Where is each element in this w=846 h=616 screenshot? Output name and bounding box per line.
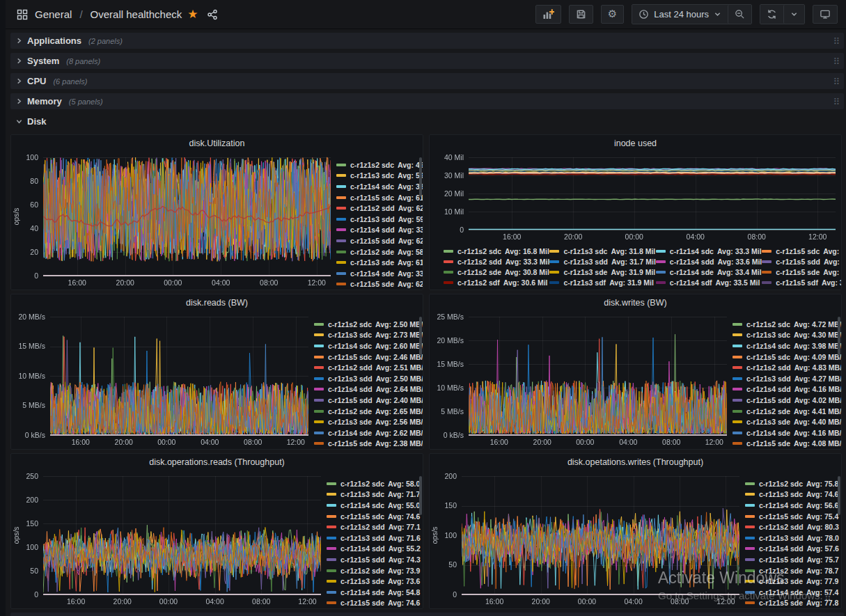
refresh-interval-dropdown[interactable] [783,5,804,24]
legend-item[interactable]: c-r1z1s2 sdeAvg: 78.7 [745,565,837,576]
legend-item[interactable]: c-r1z1s2 sdeAvg: 4.41 MB/s [733,406,837,417]
legend-item[interactable]: c-r1z1s5 sdfAvg: 31.2 Mil [762,277,841,287]
panel-title[interactable]: disk.Utilization [11,135,423,150]
row-header-disk[interactable]: Disk [10,113,844,129]
legend-item[interactable]: c-r1z1s4 sdgAvg: 33.5 Mil [656,287,762,290]
chart-canvas-inode-used[interactable] [430,150,841,244]
legend-item[interactable]: c-r1z1s4 sdcAvg: 2.60 MB/s [314,340,418,352]
legend-item[interactable]: c-r1z1s4 sddAvg: 2.64 MB/s [314,384,418,395]
legend-item[interactable]: c-r1z1s4 sdfAvg: 33.5 Mil [656,277,762,287]
panel-resize-handle[interactable]: ⠿ [824,592,831,603]
legend-item[interactable]: c-r1z1s3 sdeAvg: 4.40 MB/s [733,416,837,427]
legend-scrollbar[interactable] [419,157,422,196]
legend-item[interactable]: c-r1z1s4 sdcAvg: 56.6 [745,500,837,511]
legend-scrollbar[interactable] [419,317,422,356]
panel-title[interactable]: inode used [430,135,841,150]
legend-item[interactable]: c-r1z1s5 sdcAvg: 2.46 MB/s [314,352,418,363]
legend-item[interactable]: c-r1z1s2 sddAvg: 2.51 MB/s [314,362,418,373]
legend-item[interactable]: c-r1z1s3 sdeAvg: 61.1 [336,257,418,268]
legend-item[interactable]: c-r1z1s2 sddAvg: 33.3 Mil [444,256,549,267]
legend-item[interactable]: c-r1z1s5 sdeAvg: 4.08 MB/s [733,439,837,449]
legend-item[interactable]: c-r1z1s3 sddAvg: 78.0 [745,532,837,544]
chart-canvas-disk-writes[interactable] [430,310,733,449]
panel-title[interactable]: disk.operations.reads (Throughput) [11,454,423,469]
legend-item[interactable]: c-r1z1s5 sdcAvg: 75.4 [745,511,837,522]
legend-item[interactable]: c-r1z1s4 sdeAvg: 57.4 [745,587,837,598]
favorite-star-icon[interactable]: ★ [187,7,198,22]
legend-item[interactable]: c-r1z1s4 sdcAvg: 55.0 [327,500,418,511]
time-range-button[interactable]: Last 24 hours [632,5,728,24]
legend-item[interactable]: c-r1z1s3 sdcAvg: 2.73 MB/s [314,330,418,341]
row-header-system[interactable]: System (8 panels) ⠿ [10,53,844,69]
legend-item[interactable]: c-r1z1s3 sdcAvg: 59.8 [336,171,418,182]
legend-item[interactable]: c-r1z1s5 sddAvg: 75.7 [745,554,837,565]
legend-item[interactable]: c-r1z1s2 sddAvg: 80.3 [745,521,837,532]
legend-item[interactable]: c-r1z1s3 sddAvg: 59.6 [336,214,418,225]
panel-title[interactable]: disk.opetations.writes (Throughput) [430,454,841,469]
breadcrumb-dashboard-title[interactable]: Overall healthcheck [91,8,182,20]
legend-item[interactable]: c-r1z1s3 sddAvg: 4.27 MB/s [733,373,837,384]
zoom-out-time-button[interactable] [728,5,751,24]
legend-item[interactable]: c-r1z1s5 sddAvg: 31.2 Mil [762,256,841,267]
refresh-button[interactable] [760,5,783,24]
legend-item[interactable]: c-r1z1s3 sdgAvg: 31.6 Mil [549,287,655,290]
row-header-cpu[interactable]: CPU (6 panels) ⠿ [10,73,844,89]
legend-item[interactable]: c-r1z1s3 sdcAvg: 74.6 [745,489,837,500]
legend-item[interactable]: c-r1z1s5 sddAvg: 4.02 MB/s [733,395,837,406]
legend-item[interactable]: c-r1z1s5 sddAvg: 2.40 MB/s [314,395,418,406]
legend-item[interactable]: c-r1z1s4 sdeAvg: 2.62 MB/s [314,427,418,439]
dashboards-grid-icon[interactable] [17,9,28,20]
legend-scrollbar[interactable] [838,476,840,515]
legend-item[interactable]: c-r1z1s2 sdcAvg: 58.0 [327,478,418,489]
legend-item[interactable]: c-r1z1s5 sddAvg: 74.3 [327,554,418,565]
legend-item[interactable]: c-r1z1s5 sdeAvg: 62.9 [336,279,418,290]
legend-item[interactable]: c-r1z1s3 sdcAvg: 31.8 Mil [549,246,655,256]
legend-item[interactable]: c-r1z1s5 sdgAvg: 31.3 Mil [762,287,841,290]
legend-item[interactable]: c-r1z1s2 sdeAvg: 73.9 [327,565,418,576]
legend-item[interactable]: c-r1z1s4 sdeAvg: 33.0 [336,268,418,279]
legend-item[interactable]: c-r1z1s2 sdcAvg: 16.8 Mil [444,246,549,256]
chart-canvas-disk-reads[interactable] [11,310,314,449]
legend-item[interactable]: c-r1z1s2 sddAvg: 62.8 [336,203,418,214]
legend-item[interactable]: c-r1z1s3 sddAvg: 71.6 [327,532,418,544]
panel-title[interactable]: disk.reads (BW) [11,294,423,310]
chart-canvas-disk-operations-reads[interactable] [11,469,327,608]
legend-item[interactable]: c-r1z1s2 sdeAvg: 30.8 Mil [444,267,549,277]
row-header-network[interactable]: network (8 panels) ⠿ [10,613,844,616]
row-drag-handle[interactable]: ⠿ [833,35,840,46]
breadcrumb-folder[interactable]: General [35,8,72,20]
legend-item[interactable]: c-r1z1s3 sdcAvg: 4.30 MB/s [733,330,837,341]
legend-item[interactable]: c-r1z1s4 sdcAvg: 33.3 Mil [656,246,762,256]
legend-item[interactable]: c-r1z1s5 sdcAvg: 61.5 [336,192,418,203]
legend-item[interactable]: c-r1z1s4 sddAvg: 33.2 [336,225,418,236]
legend-item[interactable]: c-r1z1s4 sdcAvg: 33.6 [336,181,418,192]
legend-item[interactable]: c-r1z1s3 sdcAvg: 71.7 [327,489,418,500]
legend-item[interactable]: c-r1z1s2 sdfAvg: 30.6 Mil [444,277,549,287]
add-panel-button[interactable] [535,5,561,24]
legend-item[interactable]: c-r1z1s4 sddAvg: 55.2 [327,544,418,555]
legend-item[interactable]: c-r1z1s4 sdcAvg: 3.98 MB/s [733,340,837,352]
legend-item[interactable]: c-r1z1s5 sdeAvg: 2.38 MB/s [314,439,418,449]
legend-item[interactable]: c-r1z1s4 sddAvg: 33.6 Mil [656,256,762,267]
row-drag-handle[interactable]: ⠿ [833,56,840,66]
legend-item[interactable]: c-r1z1s2 sdgAvg: 32.8 Mil [444,287,549,290]
legend-scrollbar[interactable] [838,317,840,356]
legend-item[interactable]: c-r1z1s2 sddAvg: 4.83 MB/s [733,362,837,373]
save-dashboard-button[interactable] [569,5,593,24]
cycle-view-mode-button[interactable] [813,5,838,24]
legend-scrollbar[interactable] [419,476,422,515]
legend-item[interactable]: c-r1z1s4 sdeAvg: 33.4 Mil [656,267,762,277]
legend-item[interactable]: c-r1z1s5 sdeAvg: 77.8 [745,598,837,608]
row-drag-handle[interactable]: ⠿ [833,76,840,86]
legend-item[interactable]: c-r1z1s3 sdeAvg: 31.9 Mil [549,267,655,277]
legend-item[interactable]: c-r1z1s4 sdeAvg: 4.16 MB/s [733,427,837,439]
legend-item[interactable]: c-r1z1s2 sdcAvg: 2.50 MB/s [314,319,418,330]
legend-item[interactable]: c-r1z1s3 sdeAvg: 73.6 [327,576,418,587]
chart-canvas-disk-operations-writes[interactable] [430,469,745,608]
legend-item[interactable]: c-r1z1s5 sdeAvg: 74.6 [327,598,418,608]
row-header-applications[interactable]: Applications (2 panels) ⠿ [10,33,844,49]
legend-item[interactable]: c-r1z1s5 sddAvg: 62.1 [336,235,418,246]
legend-item[interactable]: c-r1z1s5 sdcAvg: 31.4 Mil [762,246,841,256]
share-icon[interactable] [207,9,218,20]
legend-item[interactable]: c-r1z1s2 sdeAvg: 2.65 MB/s [314,406,418,417]
